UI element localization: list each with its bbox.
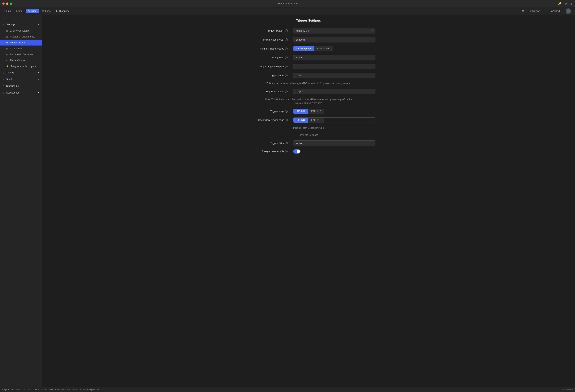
skip-revolutions-label: Skip Revolutions ? :	[242, 90, 289, 93]
trigger-angle-input[interactable]	[293, 73, 375, 78]
skip-revolutions-input[interactable]	[293, 89, 375, 94]
collapse-icon: ‹	[21, 380, 21, 383]
traffic-lights	[2, 2, 12, 5]
statusbar: ℹ speeduino 202103 - Sun Mar 07 18:40:14…	[0, 387, 575, 392]
statusbar-status-text: speeduino 202103 - Sun Mar 07 18:40:14 C…	[4, 388, 100, 391]
reset-icon: ⏻	[6, 59, 8, 62]
secondary-trigger-edge-toggle: RISING FALLING	[293, 117, 375, 123]
sidebar-item-trigger-setup[interactable]: ⚙ Trigger Setup	[0, 40, 42, 46]
spark-chevron-icon: ▾	[38, 78, 39, 80]
missing-teeth-row: Missing teeth ? :	[242, 55, 375, 60]
accessories-section-header[interactable]: ⊡ Accessories ▾	[0, 89, 42, 96]
cam-speed-button[interactable]: Cam Speed	[314, 46, 333, 51]
trigger-filter-help-icon[interactable]: ?	[285, 142, 288, 144]
spark-section-label: Spark	[6, 78, 13, 81]
upload-button[interactable]: ↑ Upload	[527, 9, 543, 13]
accessories-chevron-icon: ▾	[38, 92, 39, 94]
settings-icon[interactable]: ⚙	[565, 2, 567, 5]
more-icon[interactable]: ⋮	[570, 2, 573, 5]
trigger-edge-falling-button[interactable]: FALLING	[308, 109, 324, 114]
resync-every-cycle-help-icon[interactable]: ?	[285, 150, 288, 153]
tune-icon: ✎	[28, 10, 30, 12]
nav-left: ⌂ Hub ℹ Info ✎ Tune ▤ Logs ⚙ Diagnose	[1, 9, 520, 13]
startup-idle-section-header[interactable]: ⊡ Startup/Idle ▾	[0, 83, 42, 89]
primary-trigger-speed-control: Crank Speed Cam Speed	[293, 46, 375, 51]
spark-section-header[interactable]: ⊡ Spark ▾	[0, 76, 42, 83]
trigger-angle-note: This number represents the angle ATDC wh…	[261, 82, 356, 85]
upload-icon: ↑	[530, 10, 531, 12]
nav-info[interactable]: ℹ Info	[14, 9, 25, 13]
trigger-pattern-label: Trigger Pattern ? :	[242, 29, 289, 32]
trigger-angle-multiplier-help-icon[interactable]: ?	[285, 65, 288, 68]
download-icon: ↓	[546, 10, 548, 12]
trigger-angle-multiplier-input[interactable]	[293, 64, 375, 69]
chevron-down-icon: ▾	[573, 10, 574, 12]
secondary-type-note: Missing Tooth Secondary type	[261, 126, 356, 130]
settings-section-header[interactable]: ⊡ Settings ▾	[0, 21, 42, 28]
trigger-pattern-select[interactable]: Miata 99-05 Missing Tooth Subaru 6/7 Mia…	[293, 28, 375, 33]
download-label: Download	[549, 10, 560, 12]
sidebar-item-reset-control[interactable]: ⏻ Reset Control	[0, 57, 42, 63]
secondary-rising-button[interactable]: RISING	[293, 118, 308, 122]
trigger-edge-label: Trigger edge ? :	[242, 110, 289, 113]
missing-teeth-help-icon[interactable]: ?	[285, 56, 288, 59]
resync-every-cycle-toggle[interactable]	[293, 149, 301, 153]
settings-section-icon: ⊡	[3, 23, 5, 26]
trigger-pattern-help-icon[interactable]: ?	[285, 29, 288, 32]
tuning-section-header[interactable]: ⊡ Tuning ▾	[0, 69, 42, 76]
primary-trigger-speed-help-icon[interactable]: ?	[285, 47, 288, 50]
prog-outputs-label: Programmable outputs	[11, 65, 36, 68]
startup-section-label: Startup/Idle	[6, 85, 19, 87]
engine-constants-icon: ▦	[6, 29, 8, 32]
upload-label: Upload	[532, 10, 540, 12]
trigger-filter-select[interactable]: Off Weak Medium Strong	[293, 140, 375, 146]
hub-icon: ⌂	[4, 10, 5, 12]
main-layout: ? ⊡ Settings ▾ ▦ Engine Constants ▨ Inje…	[0, 15, 575, 387]
primary-base-teeth-help-icon[interactable]: ?	[285, 38, 288, 41]
sidebar-item-engine-constants[interactable]: ▦ Engine Constants	[0, 28, 42, 34]
nav-hub[interactable]: ⌂ Hub	[1, 9, 13, 13]
iat-icon: ▨	[6, 47, 8, 50]
help-icon[interactable]: ?	[0, 15, 42, 21]
crank-speed-button[interactable]: Crank Speed	[293, 46, 314, 51]
spark-section-icon: ⊡	[3, 78, 5, 81]
tuning-section-label: Tuning	[6, 71, 14, 74]
trigger-filter-row: Trigger Filter ? : Off Weak Medium Stron…	[242, 140, 375, 146]
trigger-filter-select-wrapper: Off Weak Medium Strong ▾	[293, 140, 375, 146]
sidebar-collapse-button[interactable]: ‹	[0, 379, 42, 385]
trigger-edge-control: RISING FALLING	[293, 109, 375, 114]
maximize-button[interactable]	[10, 2, 12, 5]
primary-base-teeth-input[interactable]	[293, 37, 375, 43]
secondary-trigger-edge-row: Secondary trigger edge ? : RISING FALLIN…	[242, 117, 375, 123]
close-button[interactable]	[2, 2, 5, 5]
secondary-falling-button[interactable]: FALLING	[308, 118, 324, 122]
content-area: Trigger Settings Trigger Pattern ? : Mia…	[42, 15, 575, 387]
sidebar-item-programmable-outputs[interactable]: ⚡ Programmable outputs	[0, 63, 42, 69]
skip-revolutions-help-icon[interactable]: ?	[285, 90, 288, 93]
primary-base-teeth-row: Primary base teeth ? :	[242, 37, 375, 43]
trigger-pattern-control: Miata 99-05 Missing Tooth Subaru 6/7 Mia…	[293, 28, 375, 33]
toggle-thumb	[297, 150, 300, 153]
sidebar-item-iat-density[interactable]: ▨ IAT Density	[0, 46, 42, 51]
sidebar-item-barometric-correction[interactable]: ▨ Barometric Correction	[0, 51, 42, 57]
download-button[interactable]: ↓ Download ▾	[544, 9, 564, 13]
user-menu-button[interactable]: 👤	[566, 8, 571, 14]
missing-teeth-input[interactable]	[293, 55, 375, 60]
trigger-edge-help-icon[interactable]: ?	[285, 110, 288, 113]
trigger-angle-help-icon[interactable]: ?	[285, 74, 288, 77]
accessories-section-label: Accessories	[6, 91, 20, 94]
nav-diagnose[interactable]: ⚙ Diagnose	[53, 9, 72, 13]
key-icon[interactable]: 🔑	[558, 2, 561, 5]
tuning-section-icon: ⊡	[3, 71, 5, 74]
resync-every-cycle-control	[293, 149, 375, 153]
trigger-edge-rising-button[interactable]: RISING	[293, 109, 308, 114]
trigger-edge-toggle: RISING FALLING	[293, 109, 375, 114]
nav-tune[interactable]: ✎ Tune	[26, 9, 39, 13]
sidebar: ? ⊡ Settings ▾ ▦ Engine Constants ▨ Inje…	[0, 15, 42, 387]
minimize-button[interactable]	[6, 2, 8, 5]
secondary-trigger-edge-help-icon[interactable]: ?	[285, 119, 288, 122]
trigger-angle-multiplier-control	[293, 64, 375, 69]
nav-logs[interactable]: ▤ Logs	[40, 9, 53, 13]
search-button[interactable]: 🔍	[520, 8, 526, 14]
sidebar-item-injector-characteristics[interactable]: ▨ Injector Characteristics	[0, 34, 42, 40]
